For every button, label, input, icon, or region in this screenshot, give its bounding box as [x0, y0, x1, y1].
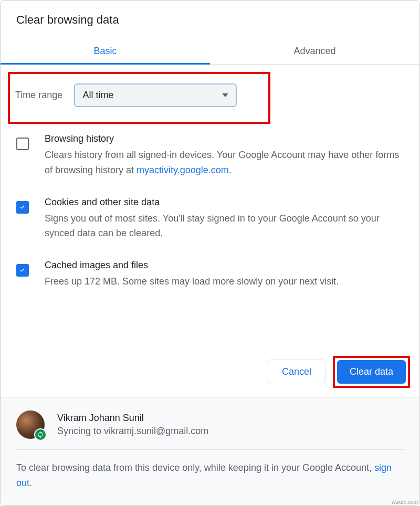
option-text: Cached images and files Frees up 172 MB.…	[45, 260, 404, 289]
option-title: Browsing history	[45, 133, 404, 144]
option-desc: Clears history from all signed-in device…	[45, 147, 404, 178]
profile-row: Vikram Johann Sunil Syncing to vikramj.s…	[16, 410, 404, 439]
options-list: Browsing history Clears history from all…	[1, 133, 419, 289]
profile-sync-status: Syncing to vikramj.sunil@gmail.com	[57, 426, 208, 437]
clear-data-button[interactable]: Clear data	[337, 360, 406, 384]
myactivity-link[interactable]: myactivity.google.com	[136, 165, 229, 175]
option-cache: Cached images and files Frees up 172 MB.…	[16, 260, 404, 289]
dialog-body: Time range All time Browsing history Cle…	[1, 65, 419, 345]
watermark: wsxdn.com	[392, 499, 418, 505]
profile-info: Vikram Johann Sunil Syncing to vikramj.s…	[57, 413, 208, 437]
time-range-dropdown[interactable]: All time	[74, 83, 237, 107]
dialog-footer: Vikram Johann Sunil Syncing to vikramj.s…	[1, 397, 419, 505]
time-range-value: All time	[82, 90, 113, 101]
divider	[16, 449, 404, 450]
dialog-title: Clear browsing data	[1, 1, 419, 38]
option-cookies: Cookies and other site data Signs you ou…	[16, 197, 404, 241]
time-range-highlight: Time range All time	[8, 72, 270, 124]
option-text: Browsing history Clears history from all…	[45, 133, 404, 178]
option-browsing-history: Browsing history Clears history from all…	[16, 133, 404, 178]
footer-note: To clear browsing data from this device …	[16, 460, 404, 491]
dialog-buttons: Cancel Clear data	[1, 345, 419, 397]
checkbox-cache[interactable]	[16, 264, 29, 277]
profile-name: Vikram Johann Sunil	[57, 413, 208, 424]
tabs: Basic Advanced	[1, 38, 419, 65]
footer-text: .	[29, 478, 32, 488]
tab-advanced[interactable]: Advanced	[210, 38, 419, 64]
clear-data-highlight: Clear data	[333, 356, 410, 388]
option-title: Cached images and files	[45, 260, 404, 271]
option-title: Cookies and other site data	[45, 197, 404, 208]
chevron-down-icon	[222, 93, 228, 97]
option-desc: Signs you out of most sites. You'll stay…	[45, 211, 404, 241]
option-desc: Frees up 172 MB. Some sites may load mor…	[45, 274, 404, 289]
sync-badge-icon	[34, 428, 47, 441]
cancel-button[interactable]: Cancel	[268, 360, 326, 384]
option-text: Cookies and other site data Signs you ou…	[45, 197, 404, 241]
tab-basic[interactable]: Basic	[1, 38, 210, 64]
checkbox-cookies[interactable]	[16, 201, 29, 214]
time-range-label: Time range	[15, 90, 62, 101]
desc-text: .	[229, 165, 232, 175]
clear-browsing-data-dialog: Clear browsing data Basic Advanced Time …	[0, 0, 420, 506]
avatar	[16, 410, 45, 439]
footer-text: To clear browsing data from this device …	[16, 462, 374, 473]
checkbox-browsing-history[interactable]	[16, 138, 29, 150]
